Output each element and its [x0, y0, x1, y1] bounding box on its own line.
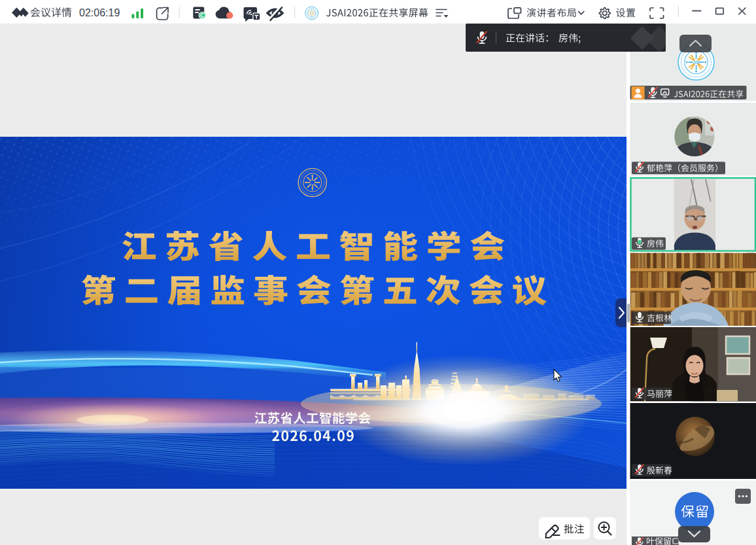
svg-text:02:06:19: 02:06:19: [79, 7, 120, 18]
svg-text:JS: JS: [693, 60, 700, 65]
